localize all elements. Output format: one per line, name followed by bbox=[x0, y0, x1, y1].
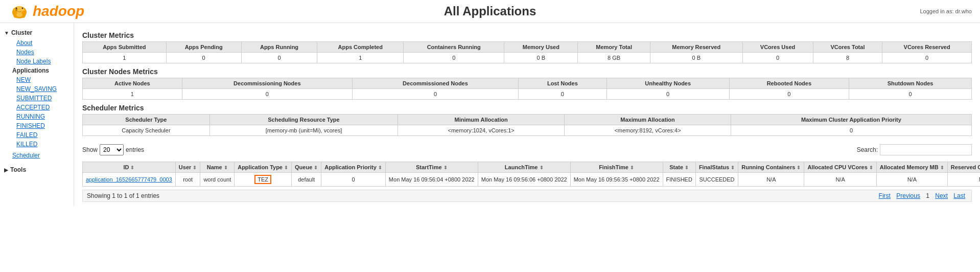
sidebar-cluster-label: Cluster bbox=[11, 29, 32, 36]
col-apps-pending: Apps Pending bbox=[166, 42, 241, 53]
pagination-previous[interactable]: Previous bbox=[896, 192, 920, 199]
col-memory-reserved: Memory Reserved bbox=[650, 42, 742, 53]
scheduler-metrics-title: Scheduler Metrics bbox=[82, 104, 972, 112]
cell-start-time: Mon May 16 09:56:04 +0800 2022 bbox=[385, 173, 478, 187]
sidebar-item-failed[interactable]: FAILED bbox=[4, 130, 74, 140]
app-id-link[interactable]: application_1652665777479_0003 bbox=[86, 176, 172, 183]
sidebar-cluster-links: About Nodes Node Labels Applications NEW… bbox=[0, 38, 74, 149]
col-active-nodes: Active Nodes bbox=[83, 78, 182, 89]
cell-user: root bbox=[175, 173, 200, 187]
search-input[interactable] bbox=[880, 144, 972, 155]
th-start-time[interactable]: StartTime ⇕ bbox=[385, 162, 478, 173]
sidebar-item-about[interactable]: About bbox=[4, 38, 74, 48]
th-user[interactable]: User ⇕ bbox=[175, 162, 200, 173]
th-launch-time[interactable]: LaunchTime ⇕ bbox=[478, 162, 570, 173]
cell-app-type: TEZ bbox=[235, 173, 292, 187]
th-state[interactable]: State ⇕ bbox=[663, 162, 695, 173]
search-area: Search: bbox=[857, 144, 972, 155]
pagination-first[interactable]: First bbox=[879, 192, 891, 199]
sort-id-icon: ⇕ bbox=[130, 165, 134, 170]
show-entries-control: Show 20 50 100 entries bbox=[82, 144, 144, 155]
sidebar-item-new-saving[interactable]: NEW_SAVING bbox=[4, 84, 74, 94]
pagination: First Previous 1 Next Last bbox=[877, 192, 967, 199]
sidebar-section-cluster: ▼ Cluster About Nodes Node Labels Applic… bbox=[0, 27, 74, 162]
sidebar-item-submitted[interactable]: SUBMITTED bbox=[4, 94, 74, 103]
svg-point-6 bbox=[16, 13, 22, 17]
th-allocated-memory[interactable]: Allocated Memory MB ⇕ bbox=[876, 162, 947, 173]
applications-section-label: Applications bbox=[4, 66, 74, 75]
sidebar-item-finished[interactable]: FINISHED bbox=[4, 121, 74, 130]
cluster-nodes-metrics-table: Active Nodes Decommissioning Nodes Decom… bbox=[82, 78, 972, 100]
sort-name-icon: ⇕ bbox=[224, 165, 228, 170]
sidebar-item-nodes[interactable]: Nodes bbox=[4, 48, 74, 57]
sidebar-item-node-labels[interactable]: Node Labels bbox=[4, 57, 74, 66]
th-allocated-cpu[interactable]: Allocated CPU VCores ⇕ bbox=[804, 162, 876, 173]
col-vcores-total: VCores Total bbox=[813, 42, 882, 53]
cell-priority: 0 bbox=[321, 173, 386, 187]
sidebar-item-new[interactable]: NEW bbox=[4, 75, 74, 84]
sidebar-item-killed[interactable]: KILLED bbox=[4, 140, 74, 149]
cluster-nodes-metrics-title: Cluster Nodes Metrics bbox=[82, 67, 972, 76]
val-shutdown-nodes: 0 bbox=[849, 89, 972, 100]
th-reserved-cpu[interactable]: Reserved CPU VCores ⇕ bbox=[947, 162, 980, 173]
cell-queue: default bbox=[292, 173, 321, 187]
col-maximum-allocation: Maximum Allocation bbox=[565, 115, 731, 125]
applications-table: ID ⇕ User ⇕ Name ⇕ Application Type ⇕ Qu… bbox=[82, 162, 980, 187]
sidebar-item-scheduler[interactable]: Scheduler bbox=[4, 151, 69, 160]
th-name[interactable]: Name ⇕ bbox=[200, 162, 235, 173]
sidebar-cluster-toggle[interactable]: ▼ Cluster bbox=[0, 27, 74, 38]
hadoop-elephant-icon bbox=[8, 0, 31, 22]
sidebar-tools-label: Tools bbox=[10, 166, 26, 173]
th-id[interactable]: ID ⇕ bbox=[83, 162, 176, 173]
sidebar-item-accepted[interactable]: ACCEPTED bbox=[4, 103, 74, 112]
page-title: All Applications bbox=[444, 4, 536, 18]
th-queue[interactable]: Queue ⇕ bbox=[292, 162, 321, 173]
sort-priority-icon: ⇕ bbox=[378, 165, 382, 170]
th-app-priority[interactable]: Application Priority ⇕ bbox=[321, 162, 386, 173]
col-memory-used: Memory Used bbox=[504, 42, 578, 53]
sidebar-item-running[interactable]: RUNNING bbox=[4, 112, 74, 121]
cell-running-containers: N/A bbox=[738, 173, 804, 187]
sort-finish-icon: ⇕ bbox=[630, 165, 634, 170]
show-entries-select[interactable]: 20 50 100 bbox=[100, 144, 124, 155]
pagination-current: 1 bbox=[926, 192, 929, 199]
th-app-type[interactable]: Application Type ⇕ bbox=[235, 162, 292, 173]
val-vcores-reserved: 0 bbox=[882, 53, 972, 63]
cluster-metrics-title: Cluster Metrics bbox=[82, 31, 972, 39]
val-containers-running: 0 bbox=[404, 53, 504, 63]
col-rebooted-nodes: Rebooted Nodes bbox=[729, 78, 849, 89]
cell-launch-time: Mon May 16 09:56:06 +0800 2022 bbox=[478, 173, 570, 187]
val-rebooted-nodes: 0 bbox=[729, 89, 849, 100]
sidebar-section-tools: ▶ Tools bbox=[0, 164, 74, 175]
cell-name: word count bbox=[200, 173, 235, 187]
cell-allocated-memory: N/A bbox=[876, 173, 947, 187]
pagination-next[interactable]: Next bbox=[935, 192, 948, 199]
val-lost-nodes: 0 bbox=[519, 89, 607, 100]
cell-allocated-cpu: N/A bbox=[804, 173, 876, 187]
cell-final-status: SUCCEEDED bbox=[695, 173, 738, 187]
table-footer: Showing 1 to 1 of 1 entries First Previo… bbox=[82, 190, 972, 202]
sort-containers-icon: ⇕ bbox=[797, 165, 801, 170]
main-content: Cluster Metrics Apps Submitted Apps Pend… bbox=[74, 23, 980, 206]
col-max-cluster-app-priority: Maximum Cluster Application Priority bbox=[731, 115, 971, 125]
val-scheduling-resource-type: [memory-mb (unit=Mi), vcores] bbox=[209, 125, 398, 136]
table-row: application_1652665777479_0003 root word… bbox=[83, 173, 981, 187]
col-unhealthy-nodes: Unhealthy Nodes bbox=[606, 78, 729, 89]
th-running-containers[interactable]: Running Containers ⇕ bbox=[738, 162, 804, 173]
val-decommissioned-nodes: 0 bbox=[352, 89, 518, 100]
val-apps-running: 0 bbox=[241, 53, 317, 63]
val-max-cluster-app-priority: 0 bbox=[731, 125, 971, 136]
val-scheduler-type: Capacity Scheduler bbox=[83, 125, 210, 136]
col-vcores-reserved: VCores Reserved bbox=[882, 42, 972, 53]
sort-state-icon: ⇕ bbox=[685, 165, 689, 170]
th-final-status[interactable]: FinalStatus ⇕ bbox=[695, 162, 738, 173]
val-active-nodes: 1 bbox=[83, 89, 182, 100]
col-scheduling-resource-type: Scheduling Resource Type bbox=[209, 115, 398, 125]
sidebar-tools-toggle[interactable]: ▶ Tools bbox=[0, 164, 74, 175]
svg-point-8 bbox=[16, 8, 17, 9]
val-memory-reserved: 0 B bbox=[650, 53, 742, 63]
th-finish-time[interactable]: FinishTime ⇕ bbox=[570, 162, 663, 173]
pagination-last[interactable]: Last bbox=[953, 192, 965, 199]
val-apps-completed: 1 bbox=[317, 53, 404, 63]
val-decommissioning-nodes: 0 bbox=[182, 89, 352, 100]
